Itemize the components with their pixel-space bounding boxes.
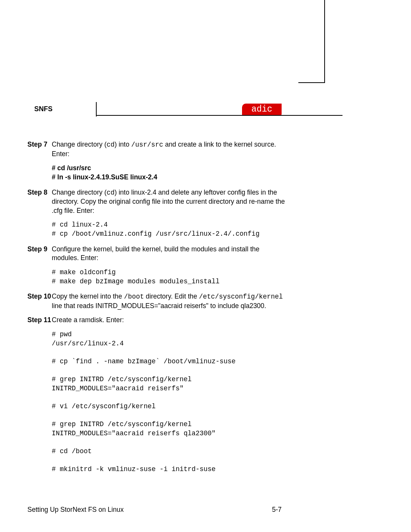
step-9: Step 9 Configure the kernel, build the k… [27,245,286,263]
command-block: # make oldconfig # make dep bzImage modu… [52,268,286,286]
text: Change directory ( [52,189,107,196]
step-body: Change directory (cd) into /usr/src and … [52,140,286,158]
text: Change directory ( [52,141,107,148]
step-7: Step 7 Change directory (cd) into /usr/s… [27,140,286,158]
inline-path: /boot [124,293,144,300]
step-body: Change directory (cd) into linux-2.4 and… [52,188,286,216]
footer-title: Setting Up StorNext FS on Linux [27,506,124,514]
text: Create a ramdisk. Enter: [52,316,286,325]
step-label: Step 10 [27,292,52,301]
header: SNFS [27,104,342,117]
product-label: SNFS [34,105,53,113]
inline-code: cd [107,189,115,197]
step-body: Create a ramdisk. Enter: [52,316,286,325]
brand-logo: adic [242,104,282,115]
step-label: Step 8 [27,188,52,197]
command-block: # cd /usr/src # ln -s linux-2.4.19.SuSE … [52,164,286,182]
inline-path: /usr/src [131,141,163,149]
command-block: # cd linux-2.4 # cp /boot/vmlinuz.config… [52,220,286,238]
step-11: Step 11 Create a ramdisk. Enter: [27,316,286,325]
text: directory. Edit the [144,292,199,300]
step-8: Step 8 Change directory (cd) into linux-… [27,188,286,216]
text: Copy the kernel into the [52,292,124,300]
text: Configure the kernel, build the kernel, … [52,245,286,263]
footer: Setting Up StorNext FS on Linux 5-7 [27,506,282,514]
content-area: Step 7 Change directory (cd) into /usr/s… [27,140,286,480]
step-10: Step 10 Copy the kernel into the /boot d… [27,292,286,310]
text: ) into [115,141,131,148]
corner-border [298,0,325,83]
step-label: Step 9 [27,245,52,254]
inline-path: /etc/sysconfig/kernel [199,293,283,300]
header-divider-vertical [96,102,97,117]
command-block: # pwd /usr/src/linux-2.4 # cp `find . -n… [52,330,286,474]
header-divider-horizontal [97,115,342,116]
page-number: 5-7 [272,506,282,514]
step-label: Step 7 [27,140,52,149]
inline-code: cd [107,141,115,149]
step-label: Step 11 [27,316,52,325]
brand-logo-text: adic [251,105,272,114]
step-body: Configure the kernel, build the kernel, … [52,245,286,263]
text: line that reads INITRD_MODULES="aacraid … [52,302,266,310]
step-body: Copy the kernel into the /boot directory… [52,292,286,310]
